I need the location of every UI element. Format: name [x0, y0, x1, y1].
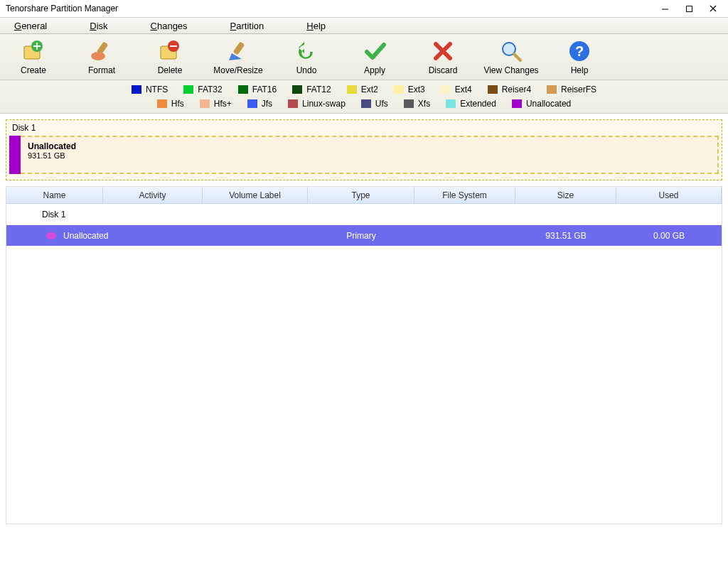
move-resize-button[interactable]: Move/Resize — [210, 38, 266, 75]
legend-fat12: FAT12 — [292, 85, 331, 94]
legend-fat16: FAT16 — [238, 85, 277, 94]
swatch-hfsplus — [200, 99, 210, 108]
legend-linuxswap: Linux-swap — [288, 99, 346, 109]
partition-table: Name Activity Volume Label Type File Sys… — [6, 186, 722, 524]
menu-changes[interactable]: Changes — [151, 21, 188, 31]
swatch-ufs — [361, 99, 371, 108]
col-header-size[interactable]: Size — [515, 187, 616, 203]
legend-hfs: Hfs — [157, 99, 184, 109]
partition-size: 931.51 GB — [28, 151, 710, 160]
partition-info: Unallocated 931.51 GB — [21, 136, 719, 174]
disk-map-area: Disk 1 Unallocated 931.51 GB — [0, 114, 728, 186]
format-button[interactable]: Format — [74, 38, 129, 75]
menu-bar: General Disk Changes Partition Help — [0, 17, 728, 34]
minimize-button[interactable] — [653, 1, 677, 16]
svg-point-20 — [46, 232, 56, 239]
cell-disk-name: Disk 1 — [6, 204, 103, 224]
menu-general-rest: eneral — [21, 21, 47, 31]
swatch-reiserfs — [547, 85, 557, 94]
move-resize-icon — [225, 38, 251, 64]
view-changes-label: View Changes — [483, 65, 538, 75]
cell-fs — [414, 225, 515, 246]
legend-ntfs: NTFS — [132, 85, 168, 94]
svg-rect-1 — [686, 6, 692, 11]
disk-strip[interactable]: Unallocated 931.51 GB — [9, 136, 719, 174]
swatch-xfs — [404, 99, 414, 108]
cell-used: 0.00 GB — [616, 225, 722, 246]
swatch-fat32 — [183, 85, 193, 94]
col-header-vol-label[interactable]: Volume Label — [203, 187, 308, 203]
legend-jfs: Jfs — [247, 99, 272, 109]
legend-ufs: Ufs — [361, 99, 388, 109]
swatch-hfs — [157, 99, 167, 108]
legend-reiserfs: ReiserFS — [547, 85, 596, 94]
menu-partition[interactable]: Partition — [230, 21, 264, 31]
swatch-extended — [446, 99, 456, 108]
col-header-fs[interactable]: File System — [414, 187, 515, 203]
format-icon — [89, 38, 114, 64]
partition-color-bar — [9, 136, 21, 174]
cell-size: 931.51 GB — [515, 225, 616, 246]
discard-label: Discard — [429, 65, 458, 75]
maximize-button[interactable] — [677, 1, 701, 16]
disk-map: Disk 1 Unallocated 931.51 GB — [6, 119, 722, 180]
col-header-used[interactable]: Used — [616, 187, 722, 203]
menu-disk[interactable]: Disk — [90, 21, 107, 31]
close-button[interactable] — [701, 1, 725, 16]
legend-fat32: FAT32 — [183, 85, 222, 94]
legend-xfs: Xfs — [404, 99, 430, 109]
swatch-jfs — [247, 99, 257, 108]
partition-icon — [45, 231, 58, 241]
col-header-activity[interactable]: Activity — [103, 187, 203, 203]
swatch-ext2 — [347, 85, 357, 94]
title-bar: Tenorshare Partition Manager — [0, 0, 728, 17]
svg-point-9 — [91, 52, 105, 60]
discard-icon — [430, 38, 456, 64]
swatch-ext4 — [441, 85, 451, 94]
undo-label: Undo — [296, 65, 317, 75]
col-header-name[interactable]: Name — [6, 187, 103, 203]
delete-label: Delete — [158, 65, 183, 75]
swatch-unallocated — [512, 99, 522, 108]
apply-icon — [362, 38, 387, 64]
create-button[interactable]: Create — [6, 38, 61, 75]
window-title: Tenorshare Partition Manager — [3, 4, 653, 13]
swatch-fat16 — [238, 85, 248, 94]
discard-button[interactable]: Discard — [415, 38, 471, 75]
cell-name: Unallocated — [6, 225, 103, 246]
svg-rect-13 — [233, 41, 245, 55]
apply-button[interactable]: Apply — [347, 38, 402, 75]
col-header-type[interactable]: Type — [308, 187, 414, 203]
legend-ext4: Ext4 — [441, 85, 472, 94]
partition-name: Unallocated — [28, 141, 710, 151]
create-icon — [21, 38, 46, 64]
delete-button[interactable]: Delete — [142, 38, 198, 75]
menu-help[interactable]: Help — [306, 21, 326, 31]
help-icon: ? — [567, 38, 592, 64]
swatch-linuxswap — [288, 99, 298, 108]
move-resize-label: Move/Resize — [213, 65, 262, 75]
swatch-reiser4 — [488, 85, 498, 94]
delete-icon — [157, 38, 183, 64]
apply-label: Apply — [364, 65, 385, 75]
disk-map-label: Disk 1 — [9, 123, 719, 136]
legend-extended: Extended — [446, 99, 496, 109]
view-changes-button[interactable]: View Changes — [483, 38, 539, 75]
undo-button[interactable]: Undo — [279, 38, 334, 75]
legend-ext2: Ext2 — [347, 85, 378, 94]
svg-line-17 — [514, 54, 520, 60]
table-row[interactable]: Unallocated Primary 931.51 GB 0.00 GB — [6, 225, 722, 246]
legend-hfsplus: Hfs+ — [200, 99, 232, 109]
help-label: Help — [571, 65, 589, 75]
filesystem-legend: NTFS FAT32 FAT16 FAT12 Ext2 Ext3 Ext4 Re… — [0, 80, 728, 114]
menu-general[interactable]: General — [14, 21, 47, 31]
legend-row-1: NTFS FAT32 FAT16 FAT12 Ext2 Ext3 Ext4 Re… — [132, 85, 596, 94]
table-disk-row[interactable]: Disk 1 — [6, 204, 722, 225]
svg-text:?: ? — [575, 43, 584, 59]
undo-icon — [294, 38, 319, 64]
legend-ext3: Ext3 — [394, 85, 425, 94]
view-changes-icon — [498, 38, 524, 64]
help-button[interactable]: ? Help — [552, 38, 607, 75]
swatch-ntfs — [132, 85, 141, 94]
legend-row-2: Hfs Hfs+ Jfs Linux-swap Ufs Xfs Extended… — [157, 99, 572, 109]
